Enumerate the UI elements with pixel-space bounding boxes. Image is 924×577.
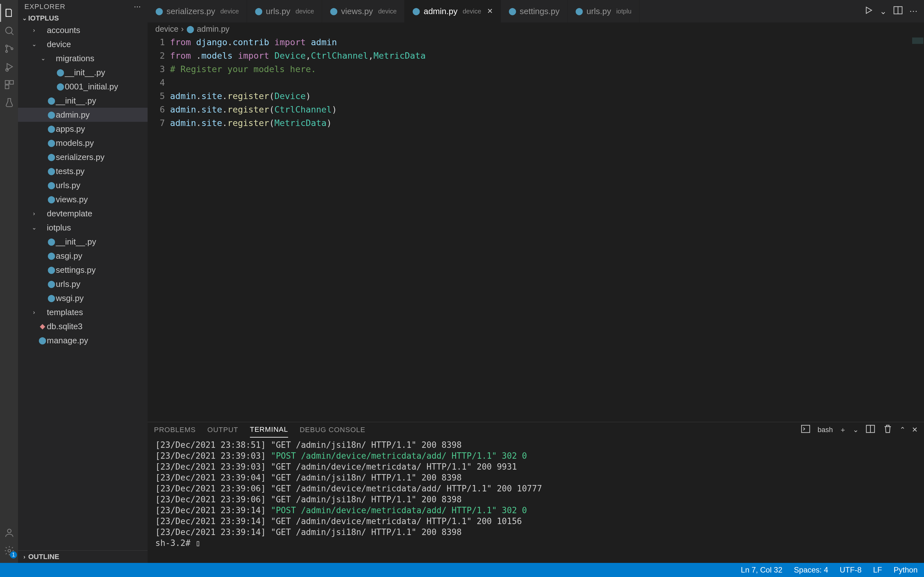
tree-item-label: __init__.py [65,68,105,77]
run-debug-icon[interactable] [0,58,18,76]
terminal-line: [23/Dec/2021 23:39:14] "GET /admin/devic… [155,516,916,527]
chevron-down-icon[interactable]: ⌄ [880,6,887,16]
folder-item[interactable]: ›templates [18,305,148,319]
file-item[interactable]: ⬤settings.py [18,263,148,277]
code-line[interactable]: # Register your models here. [170,63,911,76]
code-line[interactable] [170,76,911,89]
file-item[interactable]: ⬤tests.py [18,164,148,178]
file-item[interactable]: ⬤serializers.py [18,150,148,164]
py-icon: ⬤ [47,125,56,133]
project-name: IOTPLUS [28,14,59,23]
folder-item[interactable]: ⌄migrations [18,51,148,65]
line-gutter: 1234567 [148,35,170,422]
editor-tab[interactable]: ⬤settings.py [501,0,567,23]
search-icon[interactable] [0,22,18,40]
panel-tab-debug-console[interactable]: DEBUG CONSOLE [300,422,365,437]
status-bar: Ln 7, Col 32 Spaces: 4 UTF-8 LF Python [0,563,924,577]
source-control-icon[interactable] [0,40,18,58]
testing-icon[interactable] [0,93,18,111]
explorer-icon[interactable] [0,4,18,22]
file-item[interactable]: ⬤manage.py [18,334,148,348]
file-item[interactable]: ⬤0001_initial.py [18,79,148,93]
outline-section[interactable]: › OUTLINE [18,550,148,563]
file-item[interactable]: ⬤__init__.py [18,65,148,79]
shell-name[interactable]: bash [817,426,833,434]
file-item[interactable]: ⬤asgi.py [18,249,148,263]
code-line[interactable]: from django.contrib import admin [170,35,911,49]
py-icon: ⬤ [47,167,56,175]
python-file-icon: ⬤ [509,7,517,15]
panel: PROBLEMSOUTPUTTERMINALDEBUG CONSOLE bash… [148,422,924,563]
py-icon: ⬤ [47,266,56,274]
editor-tab[interactable]: ⬤serializers.pydevice [148,0,247,23]
breadcrumbs[interactable]: device › ⬤ admin.py [148,23,924,35]
more-icon[interactable]: ⋯ [909,6,918,16]
minimap[interactable] [911,35,924,422]
py-icon: ⬤ [47,237,56,246]
terminal-launch-icon[interactable] [800,424,811,436]
code-line[interactable]: from .models import Device,CtrlChannel,M… [170,49,911,63]
file-item[interactable]: ⬤models.py [18,136,148,150]
tree-item-label: admin.py [56,110,90,120]
encoding[interactable]: UTF-8 [840,566,861,574]
terminal-line: [23/Dec/2021 23:39:06] "GET /admin/jsi18… [155,494,916,505]
code-line[interactable]: admin.site.register(CtrlChannel) [170,103,911,116]
chevron-down-icon[interactable]: ⌄ [853,426,859,434]
terminal-output[interactable]: [23/Dec/2021 23:38:51] "GET /admin/jsi18… [148,438,924,563]
code-line[interactable]: admin.site.register(MetricData) [170,116,911,130]
panel-tabs: PROBLEMSOUTPUTTERMINALDEBUG CONSOLE bash… [148,422,924,438]
python-file-icon: ⬤ [575,7,583,15]
trash-icon[interactable] [882,424,893,436]
tree-item-label: serializers.py [56,152,105,162]
cursor-position[interactable]: Ln 7, Col 32 [741,566,782,574]
code-content[interactable]: from django.contrib import adminfrom .mo… [170,35,911,422]
panel-tab-terminal[interactable]: TERMINAL [250,422,288,438]
folder-item[interactable]: ›devtemplate [18,206,148,221]
accounts-icon[interactable] [0,524,18,542]
tree-item-label: devtemplate [47,209,92,219]
close-panel-icon[interactable]: ✕ [912,426,918,434]
tree-item-label: asgi.py [56,251,82,261]
extensions-icon[interactable] [0,76,18,93]
editor-tab[interactable]: ⬤admin.pydevice✕ [405,0,501,23]
split-editor-icon[interactable] [893,5,903,18]
tree-item-label: urls.py [56,279,81,289]
folder-item[interactable]: ⌄device [18,37,148,51]
panel-tab-output[interactable]: OUTPUT [207,422,238,437]
file-item[interactable]: ⬤admin.py [18,108,148,122]
file-item[interactable]: ⬤urls.py [18,178,148,192]
tab-label: settings.py [520,6,559,16]
editor-tab[interactable]: ⬤urls.pydevice [247,0,322,23]
svg-point-1 [6,45,8,47]
file-item[interactable]: ⬤urls.py [18,277,148,291]
tab-label: urls.py [266,6,291,16]
new-terminal-icon[interactable]: ＋ [839,425,846,435]
sidebar-more-icon[interactable]: ⋯ [134,3,141,11]
language-mode[interactable]: Python [893,566,918,574]
settings-gear-icon[interactable]: 1 [0,542,18,560]
code-line[interactable]: admin.site.register(Device) [170,89,911,103]
file-item[interactable]: ⬤__init__.py [18,93,148,108]
editor-tab[interactable]: ⬤urls.pyiotplu [567,0,640,23]
folder-item[interactable]: ⌄iotplus [18,221,148,235]
terminal-line: [23/Dec/2021 23:39:06] "GET /admin/devic… [155,483,916,494]
python-file-icon: ⬤ [255,7,263,15]
panel-tab-problems[interactable]: PROBLEMS [154,422,196,437]
settings-badge: 1 [10,551,17,558]
chevron-up-icon[interactable]: ⌃ [900,426,905,434]
close-icon[interactable]: ✕ [487,7,493,15]
editor-tab[interactable]: ⬤views.pydevice [322,0,405,23]
file-item[interactable]: ⬤wsgi.py [18,291,148,305]
run-icon[interactable] [863,5,874,18]
project-header[interactable]: ⌄ IOTPLUS [18,13,148,23]
file-item[interactable]: ⬤apps.py [18,122,148,136]
folder-item[interactable]: ›accounts [18,23,148,37]
split-terminal-icon[interactable] [865,424,876,436]
file-item[interactable]: ⬤__init__.py [18,235,148,249]
eol[interactable]: LF [873,566,882,574]
editor-body[interactable]: 1234567 from django.contrib import admin… [148,35,924,422]
file-item[interactable]: ◆db.sqlite3 [18,319,148,334]
indent-spaces[interactable]: Spaces: 4 [794,566,829,574]
file-item[interactable]: ⬤views.py [18,192,148,206]
svg-rect-5 [5,81,9,84]
